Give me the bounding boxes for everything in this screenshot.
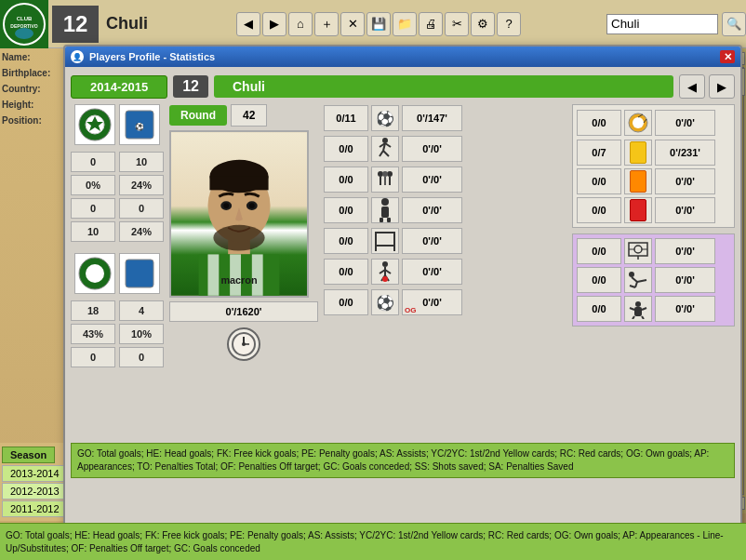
single-count: 0/0 [324, 197, 368, 223]
fr-row-1: 0/0 0'/0' [577, 109, 730, 137]
yc-time: 0'/231' [655, 140, 715, 166]
football-icon: ⚽ [371, 105, 399, 131]
svg-point-63 [634, 246, 642, 253]
svg-rect-47 [376, 233, 394, 246]
stats-row-goalpost: 0/0 0'/0' [324, 227, 566, 255]
toolbar-btn-add[interactable]: ＋ [314, 12, 339, 36]
club-icon-away: ⚽ [119, 104, 160, 145]
svg-line-76 [642, 308, 646, 310]
svg-point-31 [382, 138, 388, 143]
country-label: Country: [2, 84, 61, 94]
toolbar-btn-home[interactable]: ⌂ [288, 12, 313, 36]
svg-point-50 [382, 261, 388, 267]
season-bar: 2014-2015 12 Chuli ◀ ▶ [71, 73, 735, 100]
toolbar-btn-print[interactable]: 🖨 [419, 12, 443, 36]
svg-line-67 [632, 277, 637, 282]
search-input[interactable] [606, 14, 718, 34]
round-value: 42 [231, 104, 267, 127]
player-number-badge: 12 [173, 75, 208, 98]
stats-row-goals: 0/11 ⚽ 0'/147' [324, 104, 566, 132]
stat-row-zero: 0 0 [71, 347, 164, 367]
gk-dive-icon [624, 267, 652, 293]
gk-row-1: 0/0 0'/0' [577, 238, 730, 264]
orange-card-icon [624, 168, 652, 194]
far-right-stats: 0/0 0'/0' 0/7 [572, 104, 735, 439]
svg-point-19 [223, 203, 229, 208]
club-icon-home [74, 104, 115, 145]
toolbar-player-name: Chuli [106, 14, 218, 33]
toolbar-btn-options[interactable]: ⚙ [471, 12, 495, 36]
attack-icon [371, 259, 399, 285]
modal-legend: GO: Total goals; HE: Head goals; FK: Fre… [71, 443, 735, 478]
birthplace-label: Birthplace: [2, 68, 61, 78]
red-card-row: 0/0 0'/0' [577, 197, 730, 223]
svg-point-66 [629, 272, 634, 277]
gk-time-1: 0'/0' [655, 238, 715, 264]
svg-point-20 [249, 203, 255, 208]
search-button[interactable]: 🔍 [722, 12, 746, 36]
svg-rect-23 [207, 254, 219, 295]
svg-line-68 [637, 280, 646, 282]
cards-section: 0/0 0'/0' 0/7 [572, 104, 735, 228]
nav-prev-btn[interactable]: ◀ [679, 74, 705, 99]
nav-next-btn[interactable]: ▶ [709, 74, 735, 99]
toolbar-btn-help[interactable]: ? [497, 12, 521, 36]
gk-count-3: 0/0 [577, 296, 621, 322]
svg-point-30 [242, 342, 246, 346]
goalpost-icon [371, 228, 399, 254]
svg-line-75 [630, 308, 634, 310]
svg-point-39 [382, 171, 388, 177]
modal-close-button[interactable]: ✕ [720, 50, 735, 63]
gk-section: 0/0 0'/0' [572, 233, 735, 327]
modal-body: 2014-2015 12 Chuli ◀ ▶ [65, 67, 740, 484]
svg-point-71 [635, 301, 641, 307]
club-logo: CLUB DEPORTIVO [0, 0, 48, 48]
stat-box-r1-2: 10 [119, 152, 164, 172]
svg-line-36 [385, 143, 391, 147]
svg-rect-11 [126, 260, 153, 287]
center-column: Round 42 [169, 104, 318, 439]
oc-time: 0'/0' [655, 168, 715, 194]
toolbar-search: 🔍 [606, 12, 746, 36]
stat-row-3: 0 0 [71, 198, 164, 219]
modal-title-icon: 👤 [71, 50, 84, 63]
club-icon-2-home [74, 253, 115, 294]
stat-row-4: 10 24% [71, 221, 164, 242]
toolbar-btn-close[interactable]: ✕ [340, 12, 365, 36]
toolbar-btn-cut[interactable]: ✂ [445, 12, 469, 36]
stat-pct-1: 43% [71, 324, 115, 344]
svg-point-43 [381, 198, 389, 206]
toolbar-btn-next[interactable]: ▶ [262, 12, 286, 36]
app-time: 0'/0' [402, 136, 462, 162]
yellow-card-icon [624, 140, 652, 166]
modal-title-text: Players Profile - Statistics [89, 51, 720, 62]
stat-row-pct: 43% 10% [71, 324, 164, 344]
club-icon-2-away [119, 253, 160, 294]
toolbar-btn-load[interactable]: 📁 [393, 12, 417, 36]
stats-row-attack: 0/0 0'/0' [324, 258, 566, 286]
svg-point-10 [86, 264, 104, 283]
club-icons-row-2 [71, 253, 164, 294]
player-name-large: Chuli [214, 75, 673, 98]
attack-count: 0/0 [324, 259, 368, 285]
gk-time-3: 0'/0' [655, 296, 715, 322]
svg-rect-72 [634, 307, 642, 316]
svg-rect-16 [209, 177, 268, 191]
gk-penalty-icon [624, 296, 652, 322]
svg-line-74 [642, 316, 644, 319]
app-count: 0/0 [324, 136, 368, 162]
og-time: 0'/0' OG [402, 289, 462, 315]
svg-point-56 [382, 276, 388, 282]
goals-count: 0/11 [324, 105, 368, 131]
gk-count-1: 0/0 [577, 238, 621, 264]
svg-text:macron: macron [220, 274, 257, 286]
group-icon [371, 167, 399, 193]
svg-text:⚽: ⚽ [135, 122, 144, 131]
toolbar-btn-prev[interactable]: ◀ [236, 12, 260, 36]
stat-row-arrived: 18 4 [71, 300, 164, 321]
toolbar-btn-save[interactable]: 💾 [366, 12, 391, 36]
height-label: Height: [2, 100, 61, 110]
stat-arrived-1: 18 [71, 300, 115, 321]
position-label: Position: [2, 115, 61, 126]
season-button[interactable]: 2014-2015 [71, 75, 167, 99]
